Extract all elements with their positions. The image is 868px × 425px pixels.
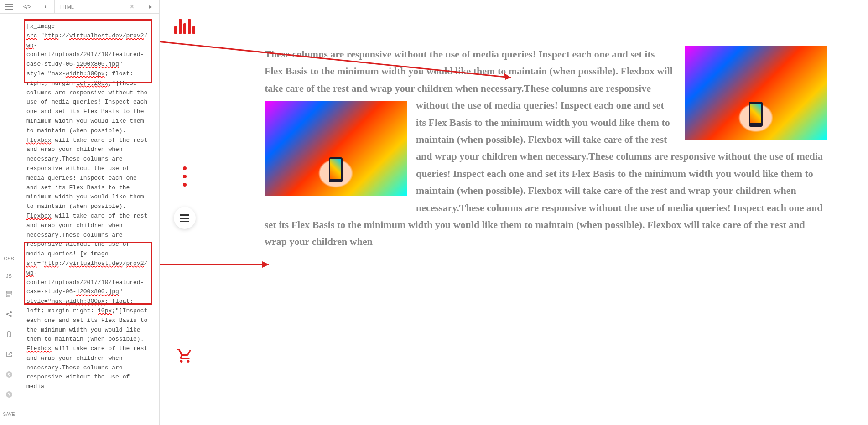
tab-text[interactable]: T [36,0,55,13]
svg-rect-1 [6,294,12,295]
dots-menu-icon[interactable] [183,166,187,187]
svg-point-4 [10,311,12,313]
share-icon[interactable] [0,309,18,321]
svg-rect-2 [6,296,10,297]
logo-icon[interactable] [174,16,195,34]
hamburger-icon [5,4,13,10]
left-rail: CSS JS ? SAVE [0,0,18,425]
svg-line-7 [8,315,10,316]
image-right [685,46,827,140]
tab-close-button[interactable]: × [123,0,141,13]
body-text: These columns are responsive without the… [265,46,827,250]
js-tool[interactable]: JS [0,271,18,280]
tab-play-button[interactable]: ▶ [141,0,159,13]
content-area: These columns are responsive without the… [265,46,827,425]
device-icon[interactable] [0,329,18,341]
svg-rect-0 [6,291,12,293]
skeleton-icon[interactable] [0,289,18,301]
rail-menu-button[interactable] [0,0,18,14]
site-nav [160,0,210,425]
tab-label: HTML [55,0,123,13]
cart-icon[interactable] [177,347,193,368]
svg-point-9 [9,336,10,337]
editor-panel: </> T HTML × ▶ [x_image src="http://virt… [18,0,160,425]
help-icon[interactable]: ? [0,389,18,401]
svg-text:?: ? [7,392,10,397]
back-icon[interactable] [0,369,18,381]
image-left [265,101,407,196]
external-link-icon[interactable] [0,349,18,361]
menu-icon [180,214,189,222]
menu-button[interactable] [174,207,196,229]
save-button[interactable]: SAVE [3,409,15,420]
svg-point-10 [6,371,12,378]
svg-point-5 [10,315,12,317]
css-tool[interactable]: CSS [0,254,18,263]
svg-line-6 [8,313,10,314]
tab-code[interactable]: </> [18,0,36,13]
preview-panel: These columns are responsive without the… [160,0,868,425]
editor-tabs: </> T HTML × ▶ [18,0,159,14]
code-editor[interactable]: [x_image src="http://virtualhost.dev/pro… [18,14,159,425]
